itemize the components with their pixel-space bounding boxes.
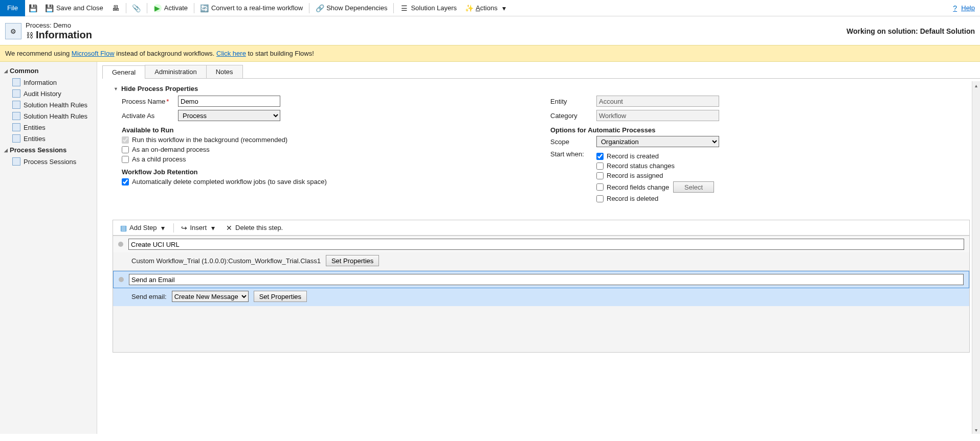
tabs: General Administration Notes: [102, 65, 980, 79]
scope-select[interactable]: Organization: [596, 136, 719, 147]
convert-icon: 🔄: [201, 4, 209, 12]
checkbox-label: Record is assigned: [607, 172, 663, 179]
convert-label: Convert to a real-time workflow: [211, 4, 303, 12]
solution-label: Working on solution: Default Solution: [847, 27, 975, 35]
step-2-description-input[interactable]: [129, 274, 964, 285]
sidebar-group-sessions[interactable]: Process Sessions: [0, 144, 97, 156]
process-name-input[interactable]: [178, 96, 280, 107]
click-here-link[interactable]: Click here: [216, 50, 246, 57]
sidebar-item-audit[interactable]: Audit History: [0, 88, 97, 99]
scroll-up-icon[interactable]: ▴: [972, 81, 980, 89]
step-2-row[interactable]: [113, 271, 969, 288]
entity-icon: [12, 134, 20, 143]
separator: [147, 3, 147, 13]
actions-menu[interactable]: ✨AActionsctions▾: [461, 0, 513, 16]
right-column: Entity Category Options for Automatic Pr…: [541, 96, 970, 207]
banner-text-1: We recommend using: [5, 50, 72, 57]
tab-notes[interactable]: Notes: [206, 65, 243, 78]
step-bullet-icon: [118, 242, 123, 247]
activate-icon: ▶: [153, 4, 162, 12]
tab-administration[interactable]: Administration: [145, 65, 206, 78]
step-1-set-properties-button[interactable]: Set Properties: [326, 255, 379, 266]
show-dependencies-button[interactable]: 🔗Show Dependencies: [311, 0, 391, 16]
vertical-scrollbar[interactable]: ▴ ▾: [972, 81, 980, 434]
print-icon: 🖶: [112, 4, 120, 12]
record-fields-checkbox[interactable]: Record fields change: [596, 183, 669, 191]
save-and-close-button[interactable]: 💾Save and Close: [41, 0, 107, 16]
step-1-row[interactable]: [113, 236, 969, 252]
record-status-checkbox[interactable]: Record status changes: [596, 162, 961, 170]
sidebar-item-label: Entities: [24, 124, 46, 131]
sidebar-group-common[interactable]: Common: [0, 65, 97, 77]
paperclip-icon: 📎: [132, 4, 141, 12]
convert-button[interactable]: 🔄Convert to a real-time workflow: [196, 0, 307, 16]
activate-button[interactable]: ▶Activate: [149, 0, 192, 16]
record-deleted-checkbox[interactable]: Record is deleted: [596, 195, 961, 202]
save-close-icon: 💾: [46, 4, 54, 12]
record-created-checkbox[interactable]: Record is created: [596, 152, 961, 160]
sidebar-item-solution-health-1[interactable]: Solution Health Rules: [0, 99, 97, 110]
separator: [194, 3, 194, 13]
banner-text-3: to start building Flows!: [248, 50, 314, 57]
checkbox-label: As a child process: [132, 155, 186, 163]
sidebar-item-entities-2[interactable]: Entities: [0, 133, 97, 144]
scroll-track[interactable]: [972, 89, 980, 426]
step-2: Send email: Create New Message Set Prope…: [113, 270, 969, 306]
attach-button[interactable]: 📎: [128, 0, 145, 16]
session-icon: [12, 157, 20, 166]
save-icon-button[interactable]: 💾: [25, 0, 41, 16]
actions-icon: ✨: [465, 4, 473, 12]
activate-as-select[interactable]: Process: [178, 110, 280, 121]
actions-label: AActionsctions: [476, 4, 498, 12]
health-icon: [12, 101, 20, 109]
run-background-checkbox: Run this workflow in the background (rec…: [122, 136, 532, 144]
step-2-set-properties-button[interactable]: Set Properties: [254, 291, 307, 302]
health-icon: [12, 112, 20, 120]
help-link[interactable]: ?Help: [951, 4, 975, 12]
sidebar-item-label: Solution Health Rules: [24, 101, 87, 109]
sidebar-item-process-sessions[interactable]: Process Sessions: [0, 156, 97, 167]
on-demand-checkbox[interactable]: As an on-demand process: [122, 146, 532, 153]
step-1-detail-text: Custom Workflow_Trial (1.0.0.0):Custom_W…: [131, 257, 321, 265]
step-1-detail-row: Custom Workflow_Trial (1.0.0.0):Custom_W…: [113, 252, 969, 270]
separator: [126, 3, 126, 13]
sidebar-item-information[interactable]: Information: [0, 77, 97, 88]
workflow-icon: ⛓: [26, 31, 34, 39]
step-bullet-icon: [119, 277, 124, 282]
record-assigned-checkbox[interactable]: Record is assigned: [596, 172, 961, 179]
microsoft-flow-link[interactable]: Microsoft Flow: [72, 50, 115, 57]
entity-icon: [12, 123, 20, 131]
toolbar: File 💾 💾Save and Close 🖶 📎 ▶Activate 🔄Co…: [0, 0, 980, 16]
insert-button[interactable]: ↪Insert▾: [177, 222, 220, 234]
file-menu[interactable]: File: [0, 0, 25, 16]
options-header: Options for Automatic Processes: [550, 126, 961, 134]
save-icon: 💾: [29, 4, 37, 12]
retention-header: Workflow Job Retention: [122, 168, 532, 176]
chevron-down-icon: ▾: [209, 224, 217, 232]
layers-icon: ☰: [400, 4, 408, 12]
banner-text-2: instead of background workflows.: [116, 50, 216, 57]
tab-general[interactable]: General: [102, 65, 145, 79]
select-fields-button: Select: [673, 181, 714, 193]
sidebar-item-solution-health-2[interactable]: Solution Health Rules: [0, 110, 97, 122]
left-column: Process Name* Activate As Process Availa…: [113, 96, 541, 207]
step-1-description-input[interactable]: [128, 239, 964, 250]
child-process-checkbox[interactable]: As a child process: [122, 155, 532, 163]
send-email-select[interactable]: Create New Message: [172, 291, 249, 302]
add-step-icon: ▤: [119, 224, 127, 232]
auto-delete-checkbox[interactable]: Automatically delete completed workflow …: [122, 178, 532, 185]
print-button[interactable]: 🖶: [107, 0, 124, 16]
designer-toolbar: ▤Add Step▾ ↪Insert▾ ✕Delete this step.: [113, 220, 969, 236]
checkbox-label: Record is created: [607, 152, 659, 160]
process-icon: ⚙: [5, 23, 21, 39]
hide-properties-toggle[interactable]: Hide Process Properties: [102, 79, 980, 96]
checkbox-label: Run this workflow in the background (rec…: [132, 136, 287, 144]
sidebar-item-entities-1[interactable]: Entities: [0, 122, 97, 133]
sidebar-item-label: Entities: [24, 135, 46, 143]
scroll-down-icon[interactable]: ▾: [972, 426, 980, 434]
sidebar-item-label: Audit History: [24, 90, 61, 98]
add-step-button[interactable]: ▤Add Step▾: [116, 222, 170, 234]
solution-layers-button[interactable]: ☰Solution Layers: [396, 0, 461, 16]
delete-step-button[interactable]: ✕Delete this step.: [222, 222, 286, 234]
solution-layers-label: Solution Layers: [411, 4, 457, 12]
